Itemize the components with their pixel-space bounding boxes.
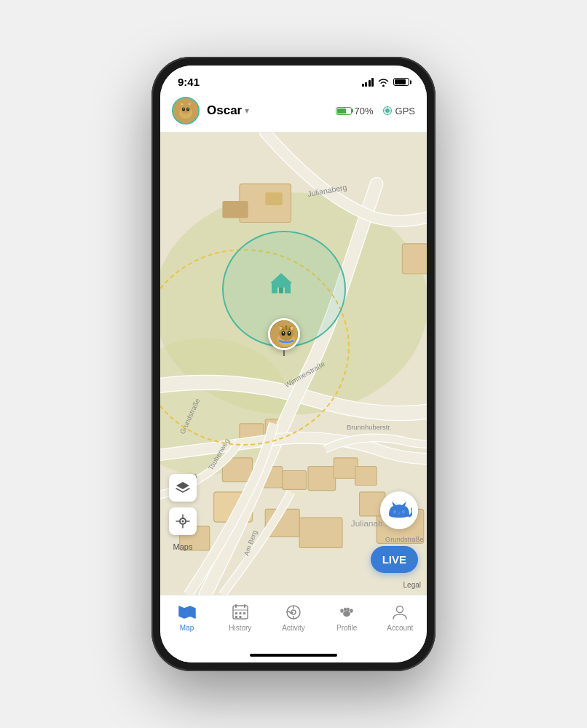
phone-frame: 9:41 — [151, 57, 436, 671]
history-nav-label: History — [229, 624, 251, 632]
pet-name-row[interactable]: Oscar ▾ — [207, 103, 336, 118]
live-button[interactable]: LIVE — [371, 546, 418, 573]
status-bar: 9:41 — [160, 66, 427, 92]
svg-rect-88 — [235, 616, 237, 618]
svg-point-98 — [350, 609, 352, 613]
map-nav-label: Map — [180, 624, 194, 632]
svg-point-11 — [184, 108, 184, 109]
battery-percentage: 70% — [355, 106, 374, 116]
profile-nav-icon — [337, 603, 356, 622]
status-time: 9:41 — [178, 76, 200, 88]
svg-point-71 — [182, 521, 184, 523]
svg-point-78 — [398, 513, 401, 515]
svg-rect-86 — [239, 612, 241, 614]
gps-status: GPS — [382, 106, 415, 116]
cat-location-marker — [268, 318, 300, 356]
home-indicator — [160, 648, 427, 662]
home-icon — [268, 271, 294, 297]
svg-point-69 — [285, 335, 288, 336]
app-header: Oscar ▾ 70% — [160, 92, 427, 132]
svg-rect-25 — [222, 201, 248, 218]
chevron-down-icon: ▾ — [245, 106, 249, 116]
svg-rect-36 — [308, 467, 336, 491]
signal-icon — [362, 78, 374, 87]
nav-item-history[interactable]: History — [218, 601, 262, 633]
svg-point-12 — [188, 108, 189, 109]
svg-point-67 — [283, 332, 284, 333]
legal-link[interactable]: Legal — [403, 581, 421, 589]
svg-point-99 — [397, 606, 403, 613]
svg-rect-27 — [402, 244, 427, 274]
svg-point-68 — [289, 332, 290, 333]
legal-label: Legal — [403, 581, 421, 589]
svg-point-77 — [402, 510, 405, 514]
map-layers-button[interactable] — [169, 474, 197, 502]
svg-point-95 — [340, 609, 343, 613]
gps-label: GPS — [395, 106, 415, 116]
cat-avatar-bubble — [268, 318, 300, 350]
svg-point-96 — [344, 608, 347, 612]
location-center-button[interactable] — [169, 507, 197, 535]
pet-name: Oscar — [207, 103, 242, 118]
location-icon — [176, 514, 190, 529]
svg-rect-83 — [244, 604, 245, 608]
activity-nav-label: Activity — [282, 624, 305, 632]
svg-rect-89 — [239, 616, 241, 618]
account-nav-icon — [390, 603, 409, 622]
layers-icon — [175, 480, 191, 495]
svg-point-66 — [288, 332, 290, 334]
battery-icon — [393, 78, 409, 86]
profile-nav-label: Profile — [336, 624, 357, 632]
map-area[interactable]: Julianaberg Grundstraße Taubenweg Feldwe… — [160, 132, 427, 595]
svg-rect-35 — [283, 470, 307, 489]
svg-rect-32 — [299, 518, 342, 547]
cat-bubble-img — [270, 320, 300, 350]
device-battery-icon — [336, 107, 352, 115]
svg-rect-82 — [235, 604, 237, 608]
phone-screen: 9:41 — [160, 66, 427, 662]
cat-silhouette-icon — [386, 500, 412, 521]
status-icons — [362, 78, 410, 87]
pet-avatar[interactable] — [172, 97, 200, 124]
nav-item-account[interactable]: Account — [378, 601, 422, 633]
live-label: LIVE — [382, 553, 406, 566]
svg-rect-26 — [265, 192, 283, 205]
home-bar — [250, 654, 337, 657]
gps-icon — [382, 106, 393, 116]
svg-text:Brunnhuberstr.: Brunnhuberstr. — [347, 423, 392, 431]
svg-rect-51 — [279, 288, 283, 293]
account-nav-label: Account — [387, 624, 413, 632]
svg-point-94 — [343, 611, 350, 617]
battery-status: 70% — [336, 106, 374, 116]
nav-item-activity[interactable]: Activity — [272, 601, 315, 633]
cat-breed-button[interactable] — [380, 491, 418, 529]
svg-point-15 — [385, 108, 390, 113]
home-svg — [269, 272, 294, 296]
marker-pin — [283, 350, 285, 356]
map-controls: Maps — [169, 474, 197, 551]
svg-rect-38 — [355, 467, 377, 486]
header-right: 70% GPS — [336, 106, 416, 116]
svg-point-65 — [283, 332, 284, 334]
svg-text:Grundstraße: Grundstraße — [385, 535, 424, 543]
svg-rect-85 — [235, 612, 237, 614]
svg-rect-37 — [334, 458, 358, 478]
wifi-icon — [378, 78, 389, 87]
history-nav-icon — [231, 603, 250, 622]
svg-marker-52 — [270, 273, 292, 283]
cat-avatar-img — [173, 98, 198, 123]
nav-item-profile[interactable]: Profile — [325, 601, 369, 633]
svg-point-91 — [291, 610, 296, 614]
svg-point-76 — [393, 510, 396, 514]
svg-rect-87 — [243, 612, 245, 614]
svg-point-97 — [347, 608, 350, 612]
nav-item-map[interactable]: Map — [165, 601, 209, 633]
map-nav-icon — [178, 603, 197, 622]
maps-label: Maps — [169, 542, 197, 551]
bottom-navigation: Map History — [160, 595, 427, 648]
activity-nav-icon — [284, 603, 303, 622]
